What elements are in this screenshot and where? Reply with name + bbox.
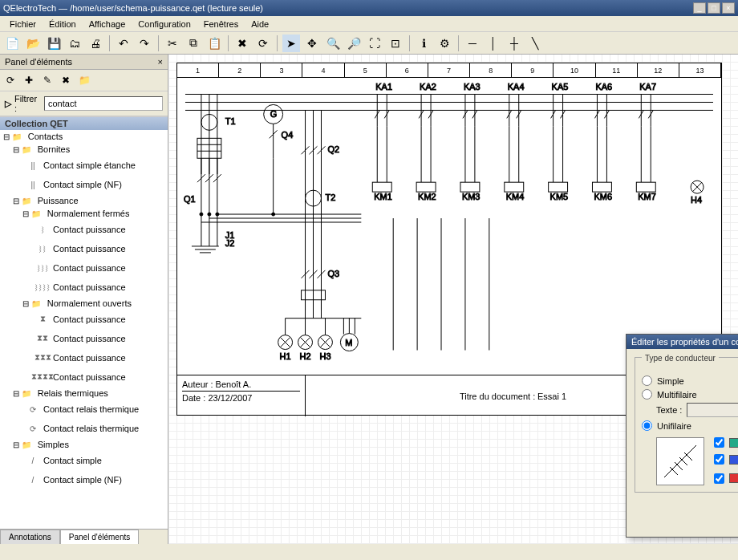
tree-folder[interactable]: Contacts [0,130,168,143]
tree-item[interactable]: ||Contact simple (NF) [0,175,168,194]
tree-item[interactable]: ⟳Contact relais thermique [0,419,168,438]
check-terre[interactable] [714,437,724,448]
tree-folder[interactable]: Simples [0,438,168,451]
column-header: 13 [679,63,721,77]
tree-folder[interactable]: Bornites [0,143,168,156]
menu-configuration[interactable]: Configuration [132,19,197,29]
tree-folder-label: Contacts [28,132,63,141]
close-button[interactable]: × [722,2,735,14]
drawing-canvas[interactable]: 12345678910111213 T1 Q1 J1J2 [168,55,738,544]
zoom-fit-icon[interactable]: ⛶ [366,34,383,52]
tree-item[interactable]: /Contact simple (NF) [0,470,168,489]
svg-text:KA3: KA3 [464,83,481,92]
panel-close-icon[interactable]: × [158,57,163,67]
tree-folder-label: Relais thermiques [38,388,108,398]
new-icon[interactable]: 📄 [3,34,21,52]
folder-icon [22,298,44,308]
radio-unifilaire[interactable] [642,420,652,431]
copy-icon[interactable]: ⧉ [184,34,202,52]
tree-item[interactable]: ⧘⧘⧘⧘Contact puissance [0,278,168,297]
tree-folder[interactable]: Normalement fermés [0,207,168,220]
element-tree[interactable]: Collection QET ContactsBornites||Contact… [0,116,168,529]
filter-input[interactable] [44,96,163,111]
tree-item[interactable]: /Contact simple [0,451,168,470]
conductor-preview [656,437,704,485]
svg-text:Q4: Q4 [282,130,294,140]
cut-icon[interactable]: ✂ [164,34,181,52]
svg-point-35 [272,213,275,216]
print-icon[interactable]: 🖨 [87,34,104,52]
new-element-icon[interactable]: ✚ [21,72,37,88]
radio-simple[interactable] [642,375,652,386]
delete-element-icon[interactable]: ✖ [58,72,74,88]
tree-item-label: Contact puissance [53,314,126,324]
filter-label: Filtrer : [14,94,41,113]
zoom-out-icon[interactable]: 🔎 [345,34,363,52]
check-phase[interactable] [714,473,724,484]
open-folder-icon[interactable]: 📁 [76,72,92,88]
label-multi: Multifilaire [657,390,697,400]
conductor-type-group: Type de conducteur [642,354,719,363]
menu-affichage[interactable]: Affichage [83,19,132,29]
minimize-button[interactable]: _ [693,2,706,14]
tree-folder[interactable]: Relais thermiques [0,387,168,400]
svg-text:KM1: KM1 [374,192,392,201]
schematic-body[interactable]: T1 Q1 J1J2 G Q4 Q2 T2 [177,78,721,375]
conductor-properties-dialog: Éditer les propriétés d'un conducteur × … [626,334,738,538]
tree-item[interactable]: ⧗⧗⧗⧗Contact puissance [0,367,168,387]
tree-item[interactable]: ⧘⧘⧘Contact puissance [0,258,168,278]
tab-annotations[interactable]: Annotations [0,530,60,544]
move-icon[interactable]: ✥ [303,34,321,52]
edit-element-icon[interactable]: ✎ [39,72,55,88]
svg-rect-99 [460,182,480,192]
menu-aide[interactable]: Aide [245,19,275,29]
tree-item-label: Contact puissance [53,334,126,343]
maximize-button[interactable]: □ [708,2,720,14]
svg-text:T1: T1 [225,116,236,126]
tree-item-label: Contact puissance [53,353,126,363]
save-all-icon[interactable]: 🗂 [66,34,83,52]
tree-item[interactable]: ⧘Contact puissance [0,220,168,239]
delete-icon[interactable]: ✖ [233,34,251,52]
radio-multi[interactable] [642,389,652,400]
svg-text:KA6: KA6 [595,83,612,92]
svg-text:Q2: Q2 [327,144,339,154]
refresh-icon[interactable]: ⟳ [254,34,272,52]
zoom-reset-icon[interactable]: ⊡ [387,34,404,52]
svg-rect-135 [636,182,655,192]
tree-folder[interactable]: Puissance [0,194,168,207]
redo-icon[interactable]: ↷ [136,34,153,52]
check-neutre[interactable] [714,454,724,465]
date-value: 23/12/2007 [208,393,252,403]
reload-collection-icon[interactable]: ⟳ [2,72,18,88]
tree-item[interactable]: ⧘⧘Contact puissance [0,239,168,258]
info-icon[interactable]: ℹ [415,34,432,52]
wire-h-icon[interactable]: ─ [464,34,481,52]
tree-item[interactable]: ⧗⧗Contact puissance [0,329,168,348]
tree-item[interactable]: ||Contact simple étanche [0,156,168,175]
label-simple: Simple [657,376,684,386]
tree-item[interactable]: ⧗Contact puissance [0,310,168,329]
tree-item[interactable]: ⧗⧗⧗Contact puissance [0,348,168,367]
menu-fichier[interactable]: Fichier [3,19,43,29]
text-label: Texte : [656,405,682,415]
zoom-in-icon[interactable]: 🔍 [324,34,342,52]
menu-fenetres[interactable]: Fenêtres [197,19,245,29]
tree-item[interactable]: ⟳Contact relais thermique [0,400,168,419]
collection-root[interactable]: Collection QET [0,117,168,130]
wire-x-icon[interactable]: ┼ [505,34,523,52]
wire-d-icon[interactable]: ╲ [526,34,544,52]
menu-edition[interactable]: Édition [43,19,83,29]
undo-icon[interactable]: ↶ [115,34,132,52]
tab-panel-elements[interactable]: Panel d'éléments [60,530,139,544]
wire-v-icon[interactable]: │ [485,34,502,52]
swatch-terre-icon [729,438,738,448]
paste-icon[interactable]: 📋 [205,34,223,52]
settings-icon[interactable]: ⚙ [436,34,453,52]
tree-folder[interactable]: Normalement ouverts [0,297,168,310]
pointer-icon[interactable]: ➤ [282,34,300,52]
save-icon[interactable]: 💾 [45,34,63,52]
svg-rect-117 [549,182,568,192]
conductor-text-input[interactable] [687,403,738,417]
open-icon[interactable]: 📂 [24,34,42,52]
